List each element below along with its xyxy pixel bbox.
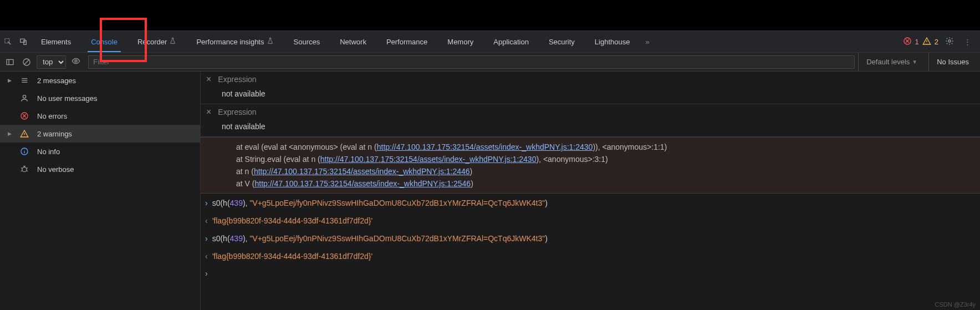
tab-sources[interactable]: Sources	[284, 31, 330, 52]
expression-value: not available	[201, 120, 980, 136]
tabbar-right: 1 2 ⋮	[903, 37, 980, 47]
sidebar-item-user-messages[interactable]: No user messages	[0, 89, 200, 107]
warning-count-badge[interactable]	[922, 37, 931, 47]
expression-label: Expression	[218, 108, 256, 116]
tab-console[interactable]: Console	[81, 31, 127, 52]
watermark: CSDN @Z3r4y	[935, 301, 976, 308]
issues-button[interactable]: No Issues	[928, 53, 977, 71]
svg-point-13	[23, 95, 25, 98]
live-expression-icon[interactable]	[69, 57, 83, 67]
sidebar-item-label: No info	[37, 148, 60, 156]
sidebar-item-label: 2 warnings	[37, 130, 72, 138]
tab-recorder-label: Recorder	[137, 38, 167, 46]
warning-count: 2	[935, 38, 938, 46]
sidebar-item-label: No verbose	[37, 165, 74, 174]
tabs-container: Elements Console Recorder Performance in…	[31, 31, 903, 52]
tab-elements[interactable]: Elements	[31, 31, 81, 52]
tab-memory[interactable]: Memory	[437, 31, 483, 52]
console-command: s0(h(439), "V+g5LpoEej/fy0nPNivz9SswHIhG…	[212, 232, 548, 245]
console-input-line: › s0(h(439), "V+g5LpoEej/fy0nPNivz9SswHI…	[201, 194, 980, 211]
error-count: 1	[915, 38, 919, 46]
console-sidebar: ▶2 messages No user messages No errors ▶…	[0, 72, 201, 310]
sidebar-item-label: No user messages	[37, 94, 97, 103]
sidebar-item-info[interactable]: No info	[0, 143, 200, 160]
console-result: 'flag{b99b820f-934d-44d4-93df-41361df7df…	[212, 215, 373, 227]
clear-console-icon[interactable]	[20, 55, 33, 69]
expression-label: Expression	[218, 75, 256, 84]
source-link[interactable]: http://47.100.137.175:32154/assets/index…	[377, 143, 593, 151]
tab-application[interactable]: Application	[483, 31, 539, 52]
input-chevron-icon: ›	[205, 232, 208, 245]
sidebar-toggle-icon[interactable]	[3, 55, 17, 69]
info-icon	[19, 147, 29, 156]
console-command: s0(h(439), "V+g5LpoEej/fy0nPNivz9SswHIhG…	[212, 197, 548, 209]
context-selector[interactable]: top	[37, 55, 66, 69]
sidebar-item-label: 2 messages	[37, 77, 76, 85]
user-icon	[19, 94, 29, 103]
filter-input[interactable]	[88, 55, 855, 69]
source-link[interactable]: http://47.100.137.175:32154/assets/index…	[254, 179, 471, 188]
log-levels-selector[interactable]: Default levels▼	[858, 53, 925, 71]
tab-perf-insights-label: Performance insights	[196, 38, 264, 46]
warning-icon	[19, 129, 29, 138]
tab-network[interactable]: Network	[330, 31, 376, 52]
source-link[interactable]: http://47.100.137.175:32154/assets/index…	[254, 167, 470, 176]
settings-icon[interactable]	[942, 37, 957, 47]
console-output-line: ‹ 'flag{b99b820f-934d-44d4-93df-41361df7…	[201, 247, 980, 265]
tab-lighthouse[interactable]: Lighthouse	[585, 31, 640, 52]
inspect-icon[interactable]	[0, 37, 16, 46]
console-toolbar: top Default levels▼ No Issues	[0, 53, 980, 72]
sidebar-item-warnings[interactable]: ▶2 warnings	[0, 125, 200, 143]
svg-point-4	[948, 40, 951, 42]
source-link[interactable]: http://47.100.137.175:32154/assets/index…	[320, 155, 537, 164]
stack-trace: at eval (eval at <anonymous> (eval at n …	[201, 137, 980, 194]
sidebar-item-messages[interactable]: ▶2 messages	[0, 72, 200, 89]
list-icon	[19, 76, 29, 85]
console-input-line: › s0(h(439), "V+g5LpoEej/fy0nPNivz9SswHI…	[201, 229, 980, 247]
flask-icon	[267, 37, 274, 46]
error-count-badge[interactable]	[903, 37, 912, 47]
bug-icon	[19, 165, 29, 174]
console-output: ×Expression not available ×Expression no…	[201, 72, 980, 310]
devtools-tabbar: Elements Console Recorder Performance in…	[0, 31, 980, 53]
close-icon[interactable]: ×	[206, 107, 211, 117]
svg-rect-5	[7, 59, 13, 64]
console-output-line: ‹ 'flag{b99b820f-934d-44d4-93df-41361df7…	[201, 211, 980, 229]
sidebar-item-errors[interactable]: No errors	[0, 107, 200, 125]
console-result: 'flag{b99b820f-934d-44d4-93df-41361df7df…	[212, 250, 373, 262]
close-icon[interactable]: ×	[206, 74, 211, 84]
sidebar-item-verbose[interactable]: No verbose	[0, 160, 200, 178]
sidebar-item-label: No errors	[37, 112, 67, 120]
tab-security[interactable]: Security	[539, 31, 585, 52]
output-chevron-icon: ‹	[205, 250, 208, 262]
svg-line-8	[24, 59, 29, 64]
expression-value: not available	[201, 87, 980, 104]
tab-recorder[interactable]: Recorder	[127, 31, 186, 52]
more-tabs-icon[interactable]: »	[640, 38, 655, 46]
output-chevron-icon: ‹	[205, 215, 208, 227]
tab-performance[interactable]: Performance	[376, 31, 437, 52]
live-expression-block: ×Expression not available	[201, 104, 980, 137]
kebab-icon[interactable]: ⋮	[961, 38, 974, 46]
tab-perf-insights[interactable]: Performance insights	[186, 31, 283, 52]
input-chevron-icon: ›	[205, 197, 208, 209]
live-expression-block: ×Expression not available	[201, 72, 980, 104]
device-icon[interactable]	[16, 37, 31, 46]
error-icon	[19, 111, 29, 120]
svg-point-9	[75, 60, 77, 62]
svg-point-16	[22, 167, 27, 172]
console-prompt[interactable]: ›	[201, 265, 980, 278]
flask-icon	[169, 37, 176, 46]
